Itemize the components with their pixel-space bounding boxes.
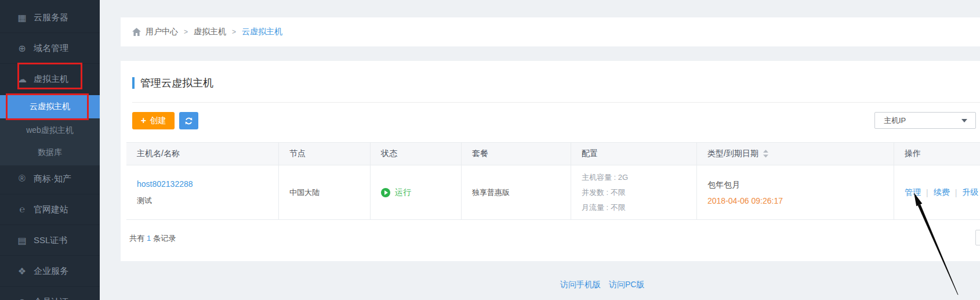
cell-type-expire: 包年包月 2018-04-06 09:26:17 — [696, 165, 894, 219]
host-id-link[interactable]: host802132288 — [137, 179, 193, 189]
cell-config: 主机容量 : 2G 并发数 : 不限 月流量 : 不限 — [571, 165, 696, 219]
cell-host-name: host802132288 测试 — [126, 165, 278, 219]
breadcrumb: 用户中心 > 虚拟主机 > 云虚拟主机 — [121, 17, 980, 46]
sidebar-item-label: 企业服务 — [34, 266, 68, 277]
upgrade-link[interactable]: 升级 — [962, 187, 978, 198]
header-type-expire: 类型/到期日期 — [696, 143, 894, 165]
submenu-item-database[interactable]: 数据库 — [0, 141, 100, 164]
sort-icon[interactable] — [763, 150, 768, 158]
cloud-host-icon: ☁ — [15, 74, 29, 85]
sidebar-item-label: 会员认证 — [34, 297, 68, 300]
record-summary: 共有1条记录 — [129, 233, 176, 244]
header-config: 配置 — [571, 143, 696, 165]
cell-node: 中国大陆 — [278, 165, 370, 219]
enterprise-service-icon: ❖ — [15, 266, 29, 277]
submenu-item-web-virtual-host[interactable]: web虚拟主机 — [0, 119, 100, 142]
table-header-row: 主机名/名称 节点 状态 套餐 配置 类型/到期日期 操作 — [126, 142, 980, 165]
sidebar-item-label: SSL证书 — [34, 235, 67, 246]
sidebar-item-ssl[interactable]: ▤ SSL证书 — [0, 225, 100, 256]
sidebar-item-trademark[interactable]: ® 商标·知产 — [0, 164, 100, 194]
pc-version-link[interactable]: 访问PC版 — [609, 280, 644, 290]
header-status: 状态 — [370, 143, 461, 165]
header-plan: 套餐 — [461, 143, 571, 165]
breadcrumb-user-center[interactable]: 用户中心 — [146, 27, 178, 37]
config-capacity: 主机容量 : 2G — [582, 170, 628, 185]
create-button[interactable]: + 创建 — [132, 112, 175, 129]
record-count: 1 — [147, 234, 151, 243]
header-actions: 操作 — [894, 143, 980, 165]
home-icon — [132, 28, 141, 36]
footer-links: 访问手机版 访问PC版 — [560, 280, 652, 290]
sidebar-item-label: 域名管理 — [34, 43, 68, 54]
title-accent-bar — [132, 77, 135, 89]
sidebar-item-virtual-host[interactable]: ☁ 虚拟主机 — [0, 64, 100, 95]
config-traffic: 月流量 : 不限 — [582, 200, 628, 215]
pagination-button[interactable] — [975, 230, 980, 245]
refresh-icon — [184, 117, 193, 125]
sidebar-item-cloud-server[interactable]: ▦ 云服务器 — [0, 2, 100, 33]
chevron-down-icon — [961, 119, 967, 122]
sidebar-item-label: 商标·知产 — [34, 174, 71, 185]
config-concurrency: 并发数 : 不限 — [582, 185, 628, 200]
create-button-label: 创建 — [150, 115, 166, 126]
filter-select-value: 主机IP — [884, 115, 906, 126]
ssl-certificate-icon: ▤ — [15, 235, 29, 246]
submenu-item-cloud-virtual-host[interactable]: 云虚拟主机 — [0, 95, 100, 118]
plus-icon: + — [141, 115, 146, 126]
sidebar-item-enterprise[interactable]: ❖ 企业服务 — [0, 256, 100, 287]
member-icon: ◉ — [15, 297, 29, 300]
title-divider — [132, 102, 980, 103]
page-title-row: 管理云虚拟主机 — [132, 76, 213, 90]
page-title: 管理云虚拟主机 — [140, 76, 213, 90]
trademark-icon: ® — [15, 174, 29, 184]
running-status-icon — [381, 188, 390, 197]
header-node: 节点 — [278, 143, 370, 165]
main-card: 管理云虚拟主机 + 创建 主机IP 主机名/名称 节点 状态 套餐 — [121, 61, 980, 261]
cell-plan: 独享普惠版 — [461, 165, 571, 219]
action-separator: | — [955, 188, 957, 197]
hosts-table: 主机名/名称 节点 状态 套餐 配置 类型/到期日期 操作 host802132… — [126, 142, 980, 220]
renew-link[interactable]: 续费 — [934, 187, 950, 198]
mobile-version-link[interactable]: 访问手机版 — [560, 280, 601, 290]
sidebar-item-label: 云服务器 — [34, 12, 68, 23]
sidebar-item-website-builder[interactable]: ℮ 官网建站 — [0, 194, 100, 225]
sidebar-item-label: 虚拟主机 — [34, 74, 68, 85]
breadcrumb-separator: > — [232, 28, 236, 36]
table-row: host802132288 测试 中国大陆 运行 独享普惠版 主机容量 : 2G — [126, 165, 980, 220]
website-icon: ℮ — [15, 204, 29, 215]
sidebar-item-domain[interactable]: ⊕ 域名管理 — [0, 33, 100, 64]
status-text: 运行 — [395, 187, 411, 198]
header-host-name: 主机名/名称 — [126, 143, 278, 165]
host-ip-filter-select[interactable]: 主机IP — [874, 112, 976, 129]
refresh-button[interactable] — [179, 112, 198, 129]
billing-type: 包年包月 — [707, 180, 783, 190]
submenu-item-label: 云虚拟主机 — [30, 102, 70, 112]
breadcrumb-cloud-virtual-host[interactable]: 云虚拟主机 — [242, 27, 282, 37]
submenu-item-label: web虚拟主机 — [26, 125, 74, 136]
submenu-item-label: 数据库 — [38, 147, 62, 158]
breadcrumb-virtual-host[interactable]: 虚拟主机 — [194, 27, 226, 37]
host-alias: 测试 — [137, 196, 193, 206]
cell-status: 运行 — [370, 165, 461, 219]
cell-actions: 管理 | 续费 | 升级 — [894, 165, 980, 219]
virtual-host-submenu: 云虚拟主机 web虚拟主机 数据库 — [0, 95, 100, 165]
action-separator: | — [926, 188, 928, 197]
manage-link[interactable]: 管理 — [905, 187, 921, 198]
globe-icon: ⊕ — [15, 43, 29, 54]
expire-date: 2018-04-06 09:26:17 — [707, 196, 783, 205]
server-icon: ▦ — [15, 12, 29, 23]
sidebar-item-member[interactable]: ◉ 会员认证 — [0, 287, 100, 300]
sidebar: ▦ 云服务器 ⊕ 域名管理 ☁ 虚拟主机 云虚拟主机 web虚拟主机 数据库 ®… — [0, 0, 100, 300]
sidebar-item-label: 官网建站 — [34, 204, 68, 215]
breadcrumb-separator: > — [184, 28, 188, 36]
